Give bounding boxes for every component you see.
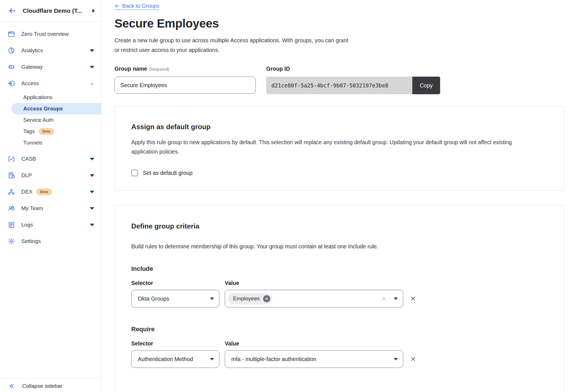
dex-network-icon (8, 188, 15, 196)
chevron-down-icon[interactable] (90, 158, 94, 160)
chevron-down-icon[interactable] (90, 174, 94, 177)
group-form-row: Group name (Required) Group ID d21ce80f-… (115, 66, 564, 94)
group-id-label: Group ID (266, 66, 290, 72)
value-chip: Employees (228, 293, 272, 304)
back-to-groups-link[interactable]: Back to Groups (115, 3, 159, 10)
chevron-down-icon[interactable] (90, 207, 94, 210)
group-id-value: d21ce80f-5a25-4bcf-9b07-5032197e3be8 (266, 77, 412, 94)
main-content: Back to Groups Secure Employees Create a… (101, 0, 568, 392)
back-arrow-icon[interactable] (9, 7, 16, 14)
analytics-icon (8, 47, 15, 54)
include-heading: Include (131, 265, 547, 272)
sidebar: Cloudflare Demo (T... Zero Trust overvie… (0, 0, 101, 392)
sidebar-item-label: Settings (21, 238, 94, 244)
sidebar-item-label: DLP (21, 172, 90, 179)
group-id-field: Group ID d21ce80f-5a25-4bcf-9b07-5032197… (266, 66, 440, 94)
selector-label: Selector (131, 340, 219, 347)
card-body: Apply this rule group to new application… (131, 138, 547, 156)
sidebar-item-settings[interactable]: Settings (0, 233, 101, 250)
criteria-description: Build rules to determine membership of t… (131, 243, 547, 250)
casb-icon (8, 155, 15, 163)
chip-remove-icon[interactable] (263, 295, 270, 302)
sidebar-item-label: Gateway (21, 64, 90, 70)
selected-option: mfa - multiple-factor authentication (231, 356, 394, 362)
sidebar-item-label: Logs (21, 222, 90, 228)
sidebar-item-zero-trust-overview[interactable]: Zero Trust overview (0, 26, 101, 42)
sidebar-item-dlp[interactable]: DLP (0, 167, 101, 184)
gear-icon (8, 238, 15, 245)
sidebar-item-tags[interactable]: Tags Beta (0, 126, 101, 137)
remove-require-rule-icon[interactable] (411, 357, 415, 361)
sidebar-item-label: Applications (23, 94, 52, 100)
sidebar-item-label: Access Groups (23, 106, 63, 112)
chevron-down-icon[interactable] (90, 224, 94, 226)
copy-button[interactable]: Copy (412, 77, 440, 94)
require-selector-dropdown[interactable]: Authentication Method (131, 350, 219, 368)
group-name-label: Group name (115, 66, 147, 72)
sidebar-item-label: My Team (21, 205, 90, 211)
include-labels-row: Selector Value (131, 280, 547, 286)
sidebar-item-label: Zero Trust overview (21, 31, 94, 37)
page-title: Secure Employees (115, 17, 564, 30)
sidebar-item-dex[interactable]: DEX Beta (0, 184, 101, 200)
chip-label: Employees (233, 295, 260, 302)
window-icon (8, 30, 15, 38)
include-value-multiselect[interactable]: Employees (225, 290, 403, 307)
required-hint: (Required) (149, 67, 169, 72)
collapse-sidebar-label: Collapse sidebar (22, 383, 63, 389)
define-group-criteria-card: Define group criteria Build rules to det… (115, 205, 564, 392)
sidebar-header: Cloudflare Demo (T... (0, 0, 101, 22)
clear-values-icon[interactable] (381, 296, 386, 301)
selected-option: Authentication Method (138, 356, 210, 362)
value-label: Value (225, 280, 239, 286)
remove-include-rule-icon[interactable] (411, 296, 415, 301)
sidebar-item-service-auth[interactable]: Service Auth (0, 114, 101, 126)
dlp-document-lock-icon (8, 172, 15, 179)
sidebar-item-gateway[interactable]: Gateway (0, 59, 101, 75)
caret-right-icon[interactable] (92, 9, 95, 13)
beta-badge: Beta (36, 188, 52, 195)
group-name-input[interactable] (115, 77, 256, 94)
set-default-checkbox[interactable] (131, 169, 138, 176)
account-name: Cloudflare Demo (T... (23, 7, 92, 14)
sidebar-item-analytics[interactable]: Analytics (0, 42, 101, 59)
require-labels-row: Selector Value (131, 340, 547, 347)
card-title: Assign as default group (131, 123, 547, 131)
sidebar-item-label: Tunnels (23, 140, 42, 146)
default-group-checkbox-row: Set as default group (131, 169, 547, 176)
include-rule-row: Okta Groups Employees (131, 290, 547, 307)
zero-trust-dashboard: Cloudflare Demo (T... Zero Trust overvie… (0, 0, 568, 392)
selector-label: Selector (131, 280, 219, 286)
assign-default-group-card: Assign as default group Apply this rule … (115, 106, 564, 191)
sidebar-item-label: Access (21, 80, 90, 87)
sidebar-item-label: Tags (23, 128, 35, 135)
sidebar-item-applications[interactable]: Applications (0, 92, 101, 103)
sidebar-item-label: Service Auth (23, 117, 54, 123)
team-icon (8, 205, 15, 212)
value-label: Value (225, 340, 239, 347)
sidebar-nav: Zero Trust overview Analytics Gateway (0, 22, 101, 378)
access-login-icon (8, 80, 15, 87)
access-sub-list: Applications Access Groups Service Auth … (0, 92, 101, 148)
chevron-down-icon (210, 358, 214, 360)
chevron-down-icon (210, 297, 214, 300)
chevron-down-icon[interactable] (90, 66, 94, 68)
chevron-down-icon (394, 297, 398, 300)
collapse-sidebar-button[interactable]: Collapse sidebar (0, 378, 101, 392)
sidebar-item-tunnels[interactable]: Tunnels (0, 137, 101, 148)
sidebar-item-access[interactable]: Access (0, 75, 101, 92)
sidebar-item-casb[interactable]: CASB (0, 151, 101, 167)
chevron-down-icon[interactable] (90, 49, 94, 52)
sidebar-item-access-groups[interactable]: Access Groups (11, 103, 101, 114)
sidebar-item-my-team[interactable]: My Team (0, 200, 101, 217)
require-heading: Require (131, 326, 547, 333)
card-title: Define group criteria (131, 222, 547, 230)
chevron-down-icon (394, 358, 398, 360)
sidebar-item-logs[interactable]: Logs (0, 217, 101, 233)
selected-option: Okta Groups (138, 295, 210, 302)
require-value-dropdown[interactable]: mfa - multiple-factor authentication (225, 350, 403, 368)
chevron-up-icon[interactable] (90, 82, 94, 85)
chevron-down-icon[interactable] (90, 191, 94, 193)
checkbox-label: Set as default group (143, 170, 193, 176)
include-selector-dropdown[interactable]: Okta Groups (131, 290, 219, 307)
